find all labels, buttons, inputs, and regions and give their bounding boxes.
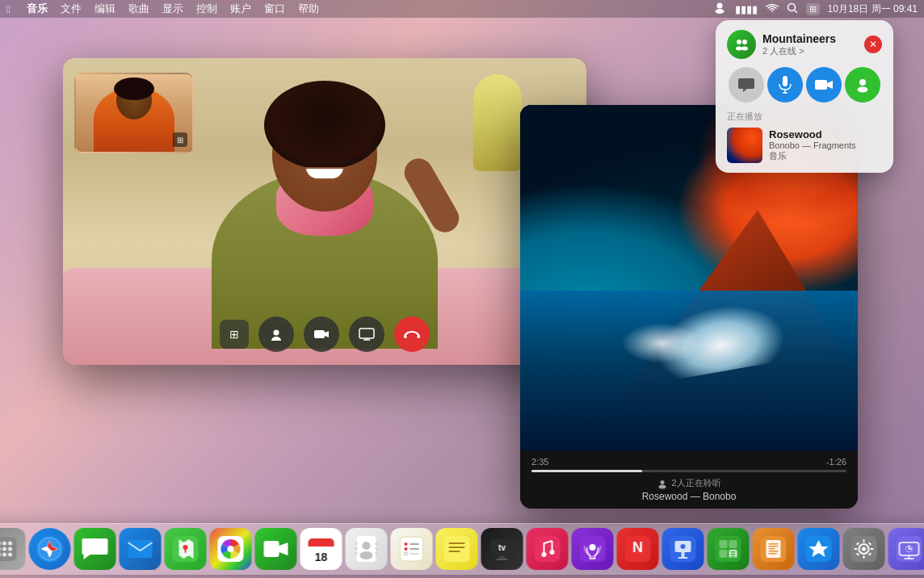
dock-item-launchpad[interactable] <box>0 528 26 570</box>
end-call-button[interactable] <box>394 316 430 352</box>
wifi-icon[interactable] <box>766 3 779 15</box>
svg-rect-111 <box>863 539 865 542</box>
woman-figure <box>187 74 462 349</box>
dock-item-numbers[interactable] <box>708 528 750 570</box>
svg-rect-45 <box>128 540 153 558</box>
dock-item-settings[interactable] <box>843 528 885 570</box>
svg-text:N: N <box>632 539 643 555</box>
menu-window[interactable]: 窗口 <box>264 2 285 16</box>
svg-point-58 <box>360 551 373 559</box>
date-time[interactable]: 10月18日 周一 09:41 <box>828 2 918 16</box>
screen-share-button[interactable] <box>349 316 384 352</box>
dock-item-contacts[interactable] <box>346 528 388 570</box>
track-name: Rosewood <box>769 128 882 140</box>
menu-view[interactable]: 显示 <box>162 2 183 16</box>
svg-text:18: 18 <box>315 551 328 563</box>
svg-point-36 <box>8 547 12 551</box>
dock-item-pages[interactable] <box>753 528 795 570</box>
dock-item-mail[interactable] <box>120 528 162 570</box>
dock-item-music[interactable] <box>527 528 569 570</box>
svg-point-33 <box>8 542 12 546</box>
message-action-button[interactable] <box>729 67 764 103</box>
svg-rect-17 <box>783 76 788 86</box>
svg-rect-98 <box>731 554 736 555</box>
menubar:  音乐 文件 编辑 歌曲 显示 控制 账户 窗口 帮助 ▮▮▮▮ <box>0 0 924 18</box>
pip-switch-icon[interactable]: ⊞ <box>173 132 187 147</box>
svg-point-68 <box>405 547 408 551</box>
mute-button[interactable] <box>258 316 294 352</box>
svg-rect-62 <box>376 542 378 545</box>
svg-point-4 <box>274 330 279 336</box>
menu-song[interactable]: 歌曲 <box>128 2 149 16</box>
mic-action-button[interactable] <box>767 67 803 103</box>
svg-rect-75 <box>449 551 460 552</box>
svg-point-49 <box>228 546 234 552</box>
search-icon[interactable] <box>787 2 798 16</box>
menu-account[interactable]: 账户 <box>230 2 251 16</box>
group-icon <box>727 30 756 59</box>
dock-item-safari[interactable] <box>29 528 71 570</box>
shareplay-action-button[interactable] <box>845 67 880 103</box>
svg-line-3 <box>794 10 797 13</box>
svg-rect-99 <box>731 556 736 558</box>
dock-item-facetime[interactable] <box>255 528 297 570</box>
svg-rect-9 <box>404 335 407 339</box>
dock-item-news[interactable]: N <box>617 528 659 570</box>
dock-item-appstore[interactable] <box>798 528 840 570</box>
svg-point-110 <box>862 547 866 551</box>
menu-controls[interactable]: 控制 <box>196 2 217 16</box>
music-time-row: 2:35 -1:26 <box>531 457 846 467</box>
camera-button[interactable] <box>304 316 339 352</box>
svg-point-13 <box>737 40 741 44</box>
svg-rect-106 <box>769 553 777 555</box>
dock-item-notes[interactable] <box>436 528 478 570</box>
dock-item-screentime[interactable] <box>888 528 925 570</box>
popup-header: Mountaineers 2 人在线 > ✕ <box>727 30 882 59</box>
app-name[interactable]: 音乐 <box>27 2 48 16</box>
time-elapsed: 2:35 <box>531 457 548 467</box>
svg-rect-61 <box>355 552 358 555</box>
video-action-button[interactable] <box>806 67 842 103</box>
dock-item-keynote[interactable] <box>662 528 704 570</box>
svg-point-91 <box>681 544 686 549</box>
dock-item-appletv[interactable]: tv <box>481 528 523 570</box>
svg-rect-78 <box>499 556 506 559</box>
shareplay-menubar-icon[interactable] <box>712 0 727 18</box>
control-center-icon[interactable]: ⊞ <box>806 3 820 15</box>
dock-item-messages[interactable] <box>74 528 116 570</box>
svg-text:10月: 10月 <box>315 547 327 552</box>
apple-menu[interactable]:  <box>6 3 10 15</box>
dock-item-podcasts[interactable] <box>572 528 614 570</box>
svg-rect-105 <box>769 551 779 552</box>
svg-point-66 <box>405 542 408 546</box>
svg-point-38 <box>2 553 6 557</box>
svg-rect-93 <box>720 540 728 548</box>
svg-rect-102 <box>769 543 779 545</box>
svg-rect-97 <box>731 551 736 553</box>
svg-rect-63 <box>376 547 378 550</box>
lamp <box>473 74 522 171</box>
menu-file[interactable]: 文件 <box>61 2 82 16</box>
facetime-controls: ⊞ <box>220 316 430 352</box>
svg-rect-89 <box>682 552 685 557</box>
dock-item-reminders[interactable] <box>391 528 433 570</box>
menu-edit[interactable]: 编辑 <box>94 2 116 16</box>
sidebar-toggle-button[interactable]: ⊞ <box>220 320 249 349</box>
menu-help[interactable]: 帮助 <box>298 2 319 16</box>
dock-item-photos[interactable] <box>210 528 252 570</box>
track-artist: Bonobo — Fragments <box>769 140 882 150</box>
popup-close-button[interactable]: ✕ <box>864 36 882 53</box>
music-progress-bar[interactable] <box>531 470 846 472</box>
desktop:  音乐 文件 编辑 歌曲 显示 控制 账户 窗口 帮助 ▮▮▮▮ <box>0 0 924 578</box>
svg-point-22 <box>858 87 868 93</box>
svg-point-35 <box>2 547 6 551</box>
svg-point-84 <box>590 544 596 551</box>
svg-rect-60 <box>355 547 358 550</box>
svg-rect-72 <box>444 536 470 562</box>
svg-rect-80 <box>535 536 561 562</box>
dock-item-calendar[interactable]: 18 10月 <box>300 528 342 570</box>
music-listeners: 2人正在聆听 <box>531 477 846 489</box>
album-art <box>727 128 762 163</box>
dock-item-maps[interactable] <box>165 528 207 570</box>
svg-rect-79 <box>497 559 508 560</box>
